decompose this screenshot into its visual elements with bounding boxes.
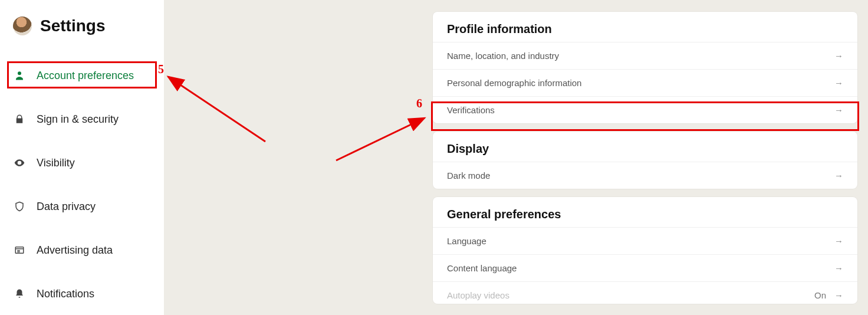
- section-profile-information: Profile information Name, location, and …: [433, 12, 857, 123]
- row-verifications[interactable]: Verifications →: [433, 96, 857, 123]
- person-icon: [13, 69, 26, 82]
- row-label: Content language: [447, 263, 517, 273]
- sidebar-item-data-privacy[interactable]: Data privacy: [0, 190, 164, 223]
- shield-icon: [13, 200, 26, 213]
- row-name-location-industry[interactable]: Name, location, and industry →: [433, 42, 857, 69]
- sidebar-item-label: Advertising data: [37, 244, 113, 257]
- section-display: Display Dark mode →: [433, 132, 857, 189]
- row-label: Autoplay videos: [447, 290, 509, 300]
- newspaper-icon: [13, 244, 26, 257]
- row-dark-mode[interactable]: Dark mode →: [433, 162, 857, 189]
- arrow-right-icon: →: [834, 236, 843, 246]
- row-label: Verifications: [447, 105, 495, 115]
- annotation-label-5: 5: [158, 63, 164, 76]
- row-autoplay-videos[interactable]: Autoplay videos On →: [433, 281, 857, 304]
- content-panel: Profile information Name, location, and …: [433, 12, 857, 312]
- svg-point-0: [18, 71, 21, 75]
- row-label: Dark mode: [447, 170, 490, 181]
- arrow-right-icon: →: [834, 105, 843, 115]
- sidebar-header: Settings: [0, 17, 164, 35]
- row-content-language[interactable]: Content language →: [433, 254, 857, 281]
- row-label: Personal demographic information: [447, 78, 581, 88]
- row-personal-demographic[interactable]: Personal demographic information →: [433, 69, 857, 96]
- sidebar-item-label: Notifications: [37, 288, 94, 300]
- row-label: Language: [447, 236, 486, 246]
- arrow-right-icon: →: [834, 290, 843, 300]
- sidebar-item-label: Visibility: [37, 157, 75, 169]
- avatar[interactable]: [13, 17, 32, 35]
- sidebar-item-advertising-data[interactable]: Advertising data: [0, 234, 164, 267]
- annotation-label-6: 6: [416, 97, 422, 110]
- arrow-right-icon: →: [834, 170, 843, 181]
- page-title: Settings: [40, 17, 105, 35]
- sidebar-item-visibility[interactable]: Visibility: [0, 146, 164, 179]
- arrow-right-icon: →: [834, 51, 843, 61]
- lock-icon: [13, 113, 26, 126]
- sidebar-item-label: Account preferences: [37, 70, 134, 82]
- bell-icon: [13, 287, 26, 300]
- sidebar-item-label: Sign in & security: [37, 113, 119, 126]
- eye-icon: [13, 156, 26, 169]
- section-header: Display: [433, 132, 857, 162]
- section-general-preferences: General preferences Language → Content l…: [433, 197, 857, 304]
- arrow-right-icon: →: [834, 263, 843, 273]
- sidebar-item-label: Data privacy: [37, 201, 96, 213]
- row-language[interactable]: Language →: [433, 227, 857, 254]
- section-header: General preferences: [433, 197, 857, 227]
- sidebar-item-signin-security[interactable]: Sign in & security: [0, 103, 164, 136]
- row-value: On: [814, 290, 826, 300]
- sidebar-item-notifications[interactable]: Notifications: [0, 277, 164, 310]
- section-header: Profile information: [433, 12, 857, 42]
- arrow-right-icon: →: [834, 78, 843, 88]
- sidebar-item-account-preferences[interactable]: Account preferences: [0, 59, 164, 92]
- settings-sidebar: Settings Account preferences Sign in & s…: [0, 0, 164, 315]
- row-label: Name, location, and industry: [447, 51, 559, 61]
